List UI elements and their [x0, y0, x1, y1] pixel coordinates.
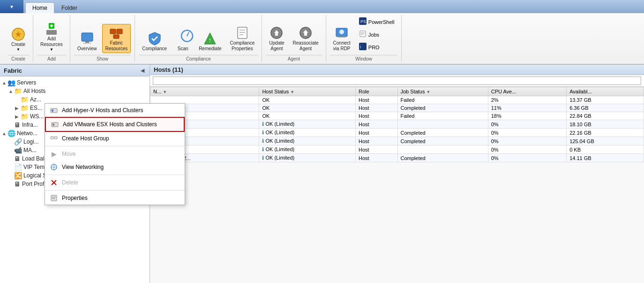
context-menu-icon-add-hyperv	[50, 106, 58, 115]
context-menu-label-create-host-group: Create Host Group	[62, 135, 109, 142]
context-menu-item-add-vmware[interactable]: Add VMware ESX Hosts and Clusters	[45, 117, 185, 132]
context-menu-item-create-host-group[interactable]: Create Host Group	[45, 132, 185, 145]
context-menu: Add Hyper-V Hosts and ClustersAdd VMware…	[45, 103, 185, 205]
context-menu-icon-delete	[50, 178, 58, 187]
svg-rect-36	[52, 123, 54, 126]
context-menu-label-properties: Properties	[62, 195, 88, 201]
context-menu-icon-move: ▶	[50, 150, 58, 158]
context-menu-item-add-hyperv[interactable]: Add Hyper-V Hosts and Clusters	[45, 104, 185, 117]
context-menu-icon-properties	[50, 194, 58, 202]
context-menu-label-move: Move	[62, 151, 75, 157]
context-menu-item-move: ▶Move	[45, 147, 185, 161]
svg-rect-44	[51, 195, 57, 201]
context-menu-item-delete: Delete	[45, 176, 185, 189]
divider2	[45, 175, 185, 175]
context-menu-label-view-networking: View Networking	[62, 164, 104, 170]
context-menu-icon-view-networking	[50, 163, 58, 171]
svg-rect-34	[52, 109, 53, 112]
context-menu-label-delete: Delete	[62, 179, 78, 186]
context-menu-overlay: Add Hyper-V Hosts and ClustersAdd VMware…	[0, 0, 644, 283]
svg-rect-38	[54, 137, 57, 139]
context-menu-label-add-hyperv: Add Hyper-V Hosts and Clusters	[62, 107, 143, 114]
divider1	[45, 146, 185, 146]
divider3	[45, 190, 185, 191]
context-menu-icon-create-host-group	[50, 134, 58, 143]
svg-rect-37	[51, 137, 53, 139]
context-menu-icon-add-vmware	[51, 120, 59, 129]
context-menu-item-properties[interactable]: Properties	[45, 191, 185, 205]
context-menu-label-add-vmware: Add VMware ESX Hosts and Clusters	[63, 121, 157, 128]
context-menu-item-view-networking[interactable]: View Networking	[45, 161, 185, 174]
